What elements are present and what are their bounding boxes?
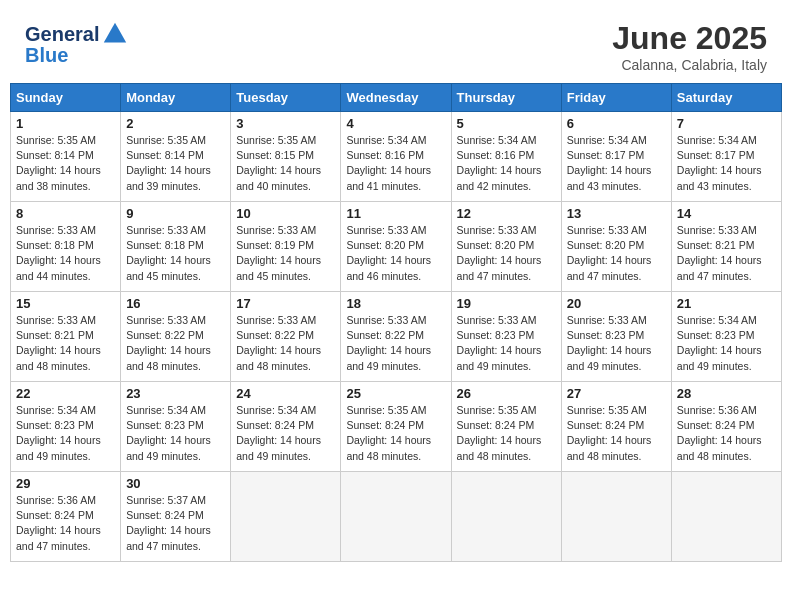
calendar-cell: 30Sunrise: 5:37 AMSunset: 8:24 PMDayligh… [121,472,231,562]
calendar-cell: 9Sunrise: 5:33 AMSunset: 8:18 PMDaylight… [121,202,231,292]
cell-info: Sunrise: 5:34 AMSunset: 8:17 PMDaylight:… [567,133,666,194]
cell-info: Sunrise: 5:35 AMSunset: 8:15 PMDaylight:… [236,133,335,194]
weekday-header-tuesday: Tuesday [231,84,341,112]
cell-info: Sunrise: 5:35 AMSunset: 8:24 PMDaylight:… [346,403,445,464]
cell-info: Sunrise: 5:37 AMSunset: 8:24 PMDaylight:… [126,493,225,554]
day-number: 18 [346,296,445,311]
weekday-header-thursday: Thursday [451,84,561,112]
cell-info: Sunrise: 5:33 AMSunset: 8:23 PMDaylight:… [457,313,556,374]
calendar-cell [671,472,781,562]
calendar-cell: 10Sunrise: 5:33 AMSunset: 8:19 PMDayligh… [231,202,341,292]
month-title: June 2025 [612,20,767,57]
calendar-cell: 13Sunrise: 5:33 AMSunset: 8:20 PMDayligh… [561,202,671,292]
day-number: 7 [677,116,776,131]
weekday-header-wednesday: Wednesday [341,84,451,112]
week-row-3: 15Sunrise: 5:33 AMSunset: 8:21 PMDayligh… [11,292,782,382]
cell-info: Sunrise: 5:34 AMSunset: 8:23 PMDaylight:… [126,403,225,464]
calendar-cell: 2Sunrise: 5:35 AMSunset: 8:14 PMDaylight… [121,112,231,202]
logo-icon [101,20,129,48]
week-row-5: 29Sunrise: 5:36 AMSunset: 8:24 PMDayligh… [11,472,782,562]
cell-info: Sunrise: 5:34 AMSunset: 8:16 PMDaylight:… [346,133,445,194]
day-number: 30 [126,476,225,491]
weekday-header-row: SundayMondayTuesdayWednesdayThursdayFrid… [11,84,782,112]
day-number: 4 [346,116,445,131]
calendar-cell: 8Sunrise: 5:33 AMSunset: 8:18 PMDaylight… [11,202,121,292]
calendar-cell: 18Sunrise: 5:33 AMSunset: 8:22 PMDayligh… [341,292,451,382]
cell-info: Sunrise: 5:33 AMSunset: 8:19 PMDaylight:… [236,223,335,284]
week-row-1: 1Sunrise: 5:35 AMSunset: 8:14 PMDaylight… [11,112,782,202]
day-number: 9 [126,206,225,221]
cell-info: Sunrise: 5:33 AMSunset: 8:18 PMDaylight:… [16,223,115,284]
cell-info: Sunrise: 5:34 AMSunset: 8:16 PMDaylight:… [457,133,556,194]
day-number: 13 [567,206,666,221]
calendar-cell [561,472,671,562]
cell-info: Sunrise: 5:35 AMSunset: 8:14 PMDaylight:… [16,133,115,194]
cell-info: Sunrise: 5:33 AMSunset: 8:20 PMDaylight:… [567,223,666,284]
day-number: 14 [677,206,776,221]
calendar-cell: 26Sunrise: 5:35 AMSunset: 8:24 PMDayligh… [451,382,561,472]
day-number: 10 [236,206,335,221]
day-number: 19 [457,296,556,311]
cell-info: Sunrise: 5:34 AMSunset: 8:23 PMDaylight:… [677,313,776,374]
cell-info: Sunrise: 5:33 AMSunset: 8:22 PMDaylight:… [236,313,335,374]
cell-info: Sunrise: 5:35 AMSunset: 8:14 PMDaylight:… [126,133,225,194]
calendar-cell: 25Sunrise: 5:35 AMSunset: 8:24 PMDayligh… [341,382,451,472]
day-number: 1 [16,116,115,131]
calendar-cell: 21Sunrise: 5:34 AMSunset: 8:23 PMDayligh… [671,292,781,382]
logo-text: General [25,23,99,45]
calendar-cell: 22Sunrise: 5:34 AMSunset: 8:23 PMDayligh… [11,382,121,472]
calendar-cell: 23Sunrise: 5:34 AMSunset: 8:23 PMDayligh… [121,382,231,472]
day-number: 2 [126,116,225,131]
day-number: 16 [126,296,225,311]
day-number: 21 [677,296,776,311]
day-number: 17 [236,296,335,311]
calendar-cell: 19Sunrise: 5:33 AMSunset: 8:23 PMDayligh… [451,292,561,382]
week-row-4: 22Sunrise: 5:34 AMSunset: 8:23 PMDayligh… [11,382,782,472]
cell-info: Sunrise: 5:33 AMSunset: 8:21 PMDaylight:… [16,313,115,374]
calendar-cell: 6Sunrise: 5:34 AMSunset: 8:17 PMDaylight… [561,112,671,202]
calendar-table: SundayMondayTuesdayWednesdayThursdayFrid… [10,83,782,562]
calendar-cell: 5Sunrise: 5:34 AMSunset: 8:16 PMDaylight… [451,112,561,202]
cell-info: Sunrise: 5:34 AMSunset: 8:23 PMDaylight:… [16,403,115,464]
day-number: 22 [16,386,115,401]
cell-info: Sunrise: 5:36 AMSunset: 8:24 PMDaylight:… [677,403,776,464]
cell-info: Sunrise: 5:36 AMSunset: 8:24 PMDaylight:… [16,493,115,554]
cell-info: Sunrise: 5:34 AMSunset: 8:24 PMDaylight:… [236,403,335,464]
day-number: 29 [16,476,115,491]
logo: General Blue [25,20,129,67]
calendar-cell [231,472,341,562]
calendar-cell: 20Sunrise: 5:33 AMSunset: 8:23 PMDayligh… [561,292,671,382]
week-row-2: 8Sunrise: 5:33 AMSunset: 8:18 PMDaylight… [11,202,782,292]
day-number: 8 [16,206,115,221]
cell-info: Sunrise: 5:33 AMSunset: 8:20 PMDaylight:… [346,223,445,284]
cell-info: Sunrise: 5:33 AMSunset: 8:20 PMDaylight:… [457,223,556,284]
svg-marker-0 [104,23,126,43]
day-number: 28 [677,386,776,401]
title-area: June 2025 Calanna, Calabria, Italy [612,20,767,73]
day-number: 12 [457,206,556,221]
day-number: 3 [236,116,335,131]
page-header: General Blue June 2025 Calanna, Calabria… [10,10,782,78]
calendar-cell: 11Sunrise: 5:33 AMSunset: 8:20 PMDayligh… [341,202,451,292]
calendar-cell: 14Sunrise: 5:33 AMSunset: 8:21 PMDayligh… [671,202,781,292]
cell-info: Sunrise: 5:35 AMSunset: 8:24 PMDaylight:… [457,403,556,464]
day-number: 15 [16,296,115,311]
calendar-cell: 16Sunrise: 5:33 AMSunset: 8:22 PMDayligh… [121,292,231,382]
cell-info: Sunrise: 5:33 AMSunset: 8:23 PMDaylight:… [567,313,666,374]
day-number: 5 [457,116,556,131]
cell-info: Sunrise: 5:33 AMSunset: 8:22 PMDaylight:… [346,313,445,374]
day-number: 11 [346,206,445,221]
weekday-header-friday: Friday [561,84,671,112]
calendar-cell: 15Sunrise: 5:33 AMSunset: 8:21 PMDayligh… [11,292,121,382]
day-number: 27 [567,386,666,401]
calendar-cell: 29Sunrise: 5:36 AMSunset: 8:24 PMDayligh… [11,472,121,562]
day-number: 26 [457,386,556,401]
calendar-cell: 28Sunrise: 5:36 AMSunset: 8:24 PMDayligh… [671,382,781,472]
location-subtitle: Calanna, Calabria, Italy [612,57,767,73]
cell-info: Sunrise: 5:33 AMSunset: 8:21 PMDaylight:… [677,223,776,284]
weekday-header-saturday: Saturday [671,84,781,112]
calendar-cell [451,472,561,562]
weekday-header-monday: Monday [121,84,231,112]
day-number: 23 [126,386,225,401]
day-number: 25 [346,386,445,401]
